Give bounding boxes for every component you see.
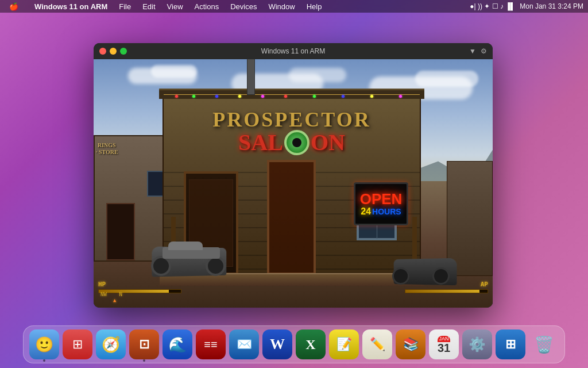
dock-parallels-dot [143, 359, 145, 362]
dock-finder[interactable]: 🙂 [29, 329, 59, 359]
dock-safari[interactable]: 🧭 [96, 329, 126, 359]
cloud-6 [415, 71, 478, 87]
vm-title: Windows 11 on ARM [261, 47, 325, 55]
menubar-right: ●| )) ✦ ☐ ♪ ▐▌ Mon Jan 31 3:24 PM [470, 2, 583, 10]
actions-menu[interactable]: Actions [190, 1, 224, 12]
lights [164, 94, 420, 98]
hud-ap: AP [405, 281, 488, 293]
vm-window: Windows 11 on ARM ▼ ⚙ RINGS · STORE [94, 43, 493, 308]
dock-launchpad[interactable]: ⊞ [63, 329, 92, 359]
vm-titlebar: Windows 11 on ARM ▼ ⚙ [94, 43, 493, 59]
saloon-o-circle [284, 130, 310, 155]
devices-menu[interactable]: Devices [226, 1, 261, 12]
compass: NW N ▲ [100, 292, 122, 303]
apple-menu[interactable]: 🍎 [5, 1, 23, 12]
dock-calendar[interactable]: JAN 31 [429, 329, 459, 359]
dock-bartender[interactable]: ≡≡ [196, 329, 226, 359]
cloud-4 [289, 68, 346, 82]
app-name-menu[interactable]: Windows 11 on ARM [30, 1, 112, 12]
vm-title-icons: ▼ ⚙ [469, 47, 487, 55]
view-menu[interactable]: View [163, 1, 188, 12]
door-left-bldg [106, 203, 135, 260]
dock-excel[interactable]: X [296, 329, 326, 359]
dock-finder-dot [43, 359, 45, 362]
motorcycle-right [389, 244, 458, 285]
motorcycle-left [151, 230, 231, 276]
dock-trash[interactable]: 🗑️ [529, 329, 559, 359]
open-sign: OPEN 24 HOURS [354, 182, 408, 225]
prospector-sign: PROSPECTOR [164, 108, 420, 132]
close-button[interactable] [99, 48, 106, 55]
dock: 🙂 ⊞ 🧭 ⊡ 🌊 ≡≡ ✉️ W X 📝 ✏️ 📚 [23, 325, 565, 363]
maximize-button[interactable] [120, 48, 127, 55]
dock-textedit[interactable]: ✏️ [362, 329, 392, 359]
traffic-lights [99, 48, 127, 55]
dock-word[interactable]: W [262, 329, 292, 359]
dock-books[interactable]: 📚 [396, 329, 425, 359]
help-menu[interactable]: Help [302, 1, 327, 12]
menubar: 🍎 Windows 11 on ARM File Edit View Actio… [0, 0, 588, 13]
menubar-status-icons: ●| )) ✦ ☐ ♪ ▐▌ [470, 2, 515, 10]
chimney [247, 59, 255, 95]
edit-menu[interactable]: Edit [138, 1, 160, 12]
door-center [267, 160, 316, 275]
game-viewport[interactable]: RINGS · STORE PRO [94, 59, 493, 308]
dock-notes[interactable]: 📝 [329, 329, 359, 359]
window-menu[interactable]: Window [264, 1, 299, 12]
dock-mail[interactable]: ✉️ [229, 329, 259, 359]
dock-parallels[interactable]: ⊡ [129, 329, 159, 359]
vm-icon-signal: ▼ [469, 47, 476, 55]
minimize-button[interactable] [110, 48, 117, 55]
cloud-2 [151, 65, 197, 78]
saloon-sign: SAL ON [164, 129, 420, 156]
menubar-left: 🍎 Windows 11 on ARM File Edit View Actio… [5, 1, 326, 12]
dock-msstore[interactable]: ⊞ [496, 329, 525, 359]
vm-icon-settings[interactable]: ⚙ [481, 47, 487, 55]
dock-sysprefs[interactable]: ⚙️ [462, 329, 492, 359]
file-menu[interactable]: File [114, 1, 136, 12]
dock-edge[interactable]: 🌊 [163, 329, 192, 359]
menubar-datetime: Mon Jan 31 3:24 PM [520, 2, 583, 10]
